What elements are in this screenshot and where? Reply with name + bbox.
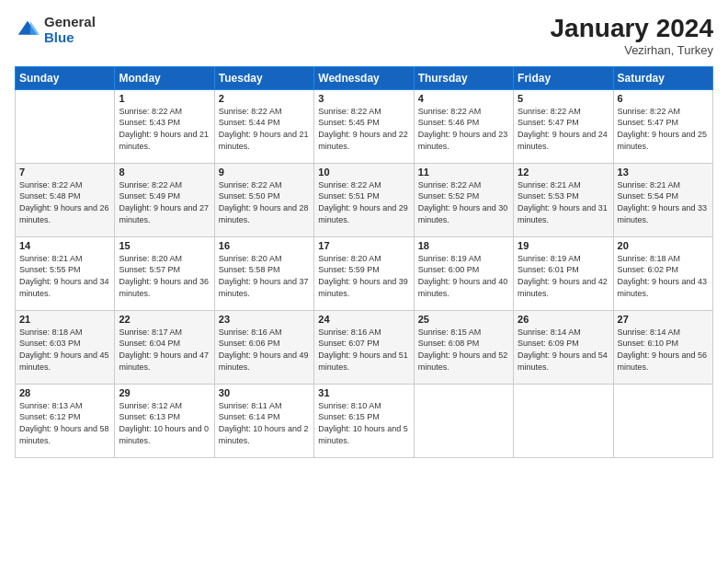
calendar-cell: 17Sunrise: 8:20 AMSunset: 5:59 PMDayligh… — [314, 236, 414, 310]
calendar-cell: 24Sunrise: 8:16 AMSunset: 6:07 PMDayligh… — [314, 310, 414, 384]
calendar-cell: 19Sunrise: 8:19 AMSunset: 6:01 PMDayligh… — [514, 236, 613, 310]
logo-text: General Blue — [44, 15, 96, 45]
logo-line1: General — [44, 15, 96, 30]
week-row-2: 7Sunrise: 8:22 AMSunset: 5:48 PMDaylight… — [16, 163, 713, 236]
calendar-cell: 16Sunrise: 8:20 AMSunset: 5:58 PMDayligh… — [214, 236, 313, 310]
day-info: Sunrise: 8:21 AMSunset: 5:54 PMDaylight:… — [618, 179, 709, 225]
day-info: Sunrise: 8:17 AMSunset: 6:04 PMDaylight:… — [119, 327, 210, 373]
calendar-cell: 22Sunrise: 8:17 AMSunset: 6:04 PMDayligh… — [115, 310, 214, 384]
day-number: 23 — [219, 314, 310, 325]
logo-line2: Blue — [44, 30, 96, 46]
calendar-cell: 29Sunrise: 8:12 AMSunset: 6:13 PMDayligh… — [115, 384, 214, 457]
day-info: Sunrise: 8:15 AMSunset: 6:08 PMDaylight:… — [418, 327, 509, 373]
col-header-sunday: Sunday — [16, 66, 115, 89]
day-number: 24 — [318, 314, 409, 325]
day-info: Sunrise: 8:14 AMSunset: 6:10 PMDaylight:… — [618, 327, 709, 373]
day-info: Sunrise: 8:22 AMSunset: 5:48 PMDaylight:… — [19, 179, 110, 225]
calendar-cell: 10Sunrise: 8:22 AMSunset: 5:51 PMDayligh… — [314, 163, 414, 236]
day-number: 26 — [518, 314, 609, 325]
day-info: Sunrise: 8:22 AMSunset: 5:50 PMDaylight:… — [219, 179, 310, 225]
day-number: 11 — [418, 167, 509, 178]
calendar-cell: 26Sunrise: 8:14 AMSunset: 6:09 PMDayligh… — [514, 310, 613, 384]
week-row-4: 21Sunrise: 8:18 AMSunset: 6:03 PMDayligh… — [16, 310, 713, 384]
day-info: Sunrise: 8:22 AMSunset: 5:52 PMDaylight:… — [418, 179, 509, 225]
logo-icon — [15, 17, 40, 43]
page-header: General Blue January 2024 Vezirhan, Turk… — [15, 15, 713, 57]
day-info: Sunrise: 8:22 AMSunset: 5:45 PMDaylight:… — [318, 106, 409, 152]
day-info: Sunrise: 8:20 AMSunset: 5:59 PMDaylight:… — [318, 253, 409, 299]
day-info: Sunrise: 8:16 AMSunset: 6:07 PMDaylight:… — [318, 327, 409, 373]
week-row-3: 14Sunrise: 8:21 AMSunset: 5:55 PMDayligh… — [16, 236, 713, 310]
calendar-cell: 30Sunrise: 8:11 AMSunset: 6:14 PMDayligh… — [214, 384, 313, 457]
day-info: Sunrise: 8:22 AMSunset: 5:43 PMDaylight:… — [119, 106, 210, 152]
calendar-page: General Blue January 2024 Vezirhan, Turk… — [0, 0, 728, 563]
day-info: Sunrise: 8:20 AMSunset: 5:57 PMDaylight:… — [119, 253, 210, 299]
day-number: 30 — [219, 387, 310, 398]
day-number: 13 — [618, 167, 709, 178]
day-number: 27 — [618, 314, 709, 325]
calendar-cell: 13Sunrise: 8:21 AMSunset: 5:54 PMDayligh… — [613, 163, 712, 236]
location: Vezirhan, Turkey — [551, 43, 713, 57]
col-header-friday: Friday — [514, 66, 613, 89]
day-info: Sunrise: 8:22 AMSunset: 5:46 PMDaylight:… — [418, 106, 509, 152]
calendar-cell: 21Sunrise: 8:18 AMSunset: 6:03 PMDayligh… — [16, 310, 115, 384]
calendar-table: SundayMondayTuesdayWednesdayThursdayFrid… — [15, 66, 713, 458]
day-info: Sunrise: 8:22 AMSunset: 5:47 PMDaylight:… — [618, 106, 709, 152]
day-number: 3 — [318, 93, 409, 104]
calendar-cell: 14Sunrise: 8:21 AMSunset: 5:55 PMDayligh… — [16, 236, 115, 310]
day-number: 14 — [19, 240, 110, 251]
day-number: 10 — [318, 167, 409, 178]
day-number: 16 — [219, 240, 310, 251]
day-info: Sunrise: 8:22 AMSunset: 5:47 PMDaylight:… — [518, 106, 609, 152]
day-number: 5 — [518, 93, 609, 104]
calendar-cell: 8Sunrise: 8:22 AMSunset: 5:49 PMDaylight… — [115, 163, 214, 236]
day-info: Sunrise: 8:10 AMSunset: 6:15 PMDaylight:… — [318, 400, 409, 446]
calendar-cell: 5Sunrise: 8:22 AMSunset: 5:47 PMDaylight… — [514, 89, 613, 163]
day-number: 4 — [418, 93, 509, 104]
calendar-cell: 3Sunrise: 8:22 AMSunset: 5:45 PMDaylight… — [314, 89, 414, 163]
calendar-cell — [613, 384, 712, 457]
day-number: 17 — [318, 240, 409, 251]
col-header-tuesday: Tuesday — [214, 66, 313, 89]
day-number: 18 — [418, 240, 509, 251]
day-info: Sunrise: 8:20 AMSunset: 5:58 PMDaylight:… — [219, 253, 310, 299]
day-number: 7 — [19, 167, 110, 178]
day-info: Sunrise: 8:13 AMSunset: 6:12 PMDaylight:… — [19, 400, 110, 446]
day-number: 29 — [119, 387, 210, 398]
week-row-1: 1Sunrise: 8:22 AMSunset: 5:43 PMDaylight… — [16, 89, 713, 163]
col-header-monday: Monday — [115, 66, 214, 89]
day-info: Sunrise: 8:19 AMSunset: 6:01 PMDaylight:… — [518, 253, 609, 299]
day-info: Sunrise: 8:12 AMSunset: 6:13 PMDaylight:… — [119, 400, 210, 446]
calendar-cell: 15Sunrise: 8:20 AMSunset: 5:57 PMDayligh… — [115, 236, 214, 310]
header-row: SundayMondayTuesdayWednesdayThursdayFrid… — [16, 66, 713, 89]
calendar-cell: 1Sunrise: 8:22 AMSunset: 5:43 PMDaylight… — [115, 89, 214, 163]
day-info: Sunrise: 8:19 AMSunset: 6:00 PMDaylight:… — [418, 253, 509, 299]
calendar-cell: 6Sunrise: 8:22 AMSunset: 5:47 PMDaylight… — [613, 89, 712, 163]
title-block: January 2024 Vezirhan, Turkey — [551, 15, 713, 57]
logo: General Blue — [15, 15, 96, 45]
calendar-cell: 7Sunrise: 8:22 AMSunset: 5:48 PMDaylight… — [16, 163, 115, 236]
day-info: Sunrise: 8:22 AMSunset: 5:49 PMDaylight:… — [119, 179, 210, 225]
svg-marker-1 — [30, 20, 40, 34]
calendar-cell — [414, 384, 513, 457]
day-info: Sunrise: 8:14 AMSunset: 6:09 PMDaylight:… — [518, 327, 609, 373]
calendar-cell: 11Sunrise: 8:22 AMSunset: 5:52 PMDayligh… — [414, 163, 513, 236]
day-number: 22 — [119, 314, 210, 325]
day-number: 31 — [318, 387, 409, 398]
calendar-cell: 31Sunrise: 8:10 AMSunset: 6:15 PMDayligh… — [314, 384, 414, 457]
calendar-cell: 2Sunrise: 8:22 AMSunset: 5:44 PMDaylight… — [214, 89, 313, 163]
day-info: Sunrise: 8:11 AMSunset: 6:14 PMDaylight:… — [219, 400, 310, 446]
calendar-cell — [514, 384, 613, 457]
calendar-cell: 20Sunrise: 8:18 AMSunset: 6:02 PMDayligh… — [613, 236, 712, 310]
calendar-cell: 4Sunrise: 8:22 AMSunset: 5:46 PMDaylight… — [414, 89, 513, 163]
calendar-cell: 27Sunrise: 8:14 AMSunset: 6:10 PMDayligh… — [613, 310, 712, 384]
month-title: January 2024 — [551, 15, 713, 43]
calendar-cell: 18Sunrise: 8:19 AMSunset: 6:00 PMDayligh… — [414, 236, 513, 310]
day-info: Sunrise: 8:18 AMSunset: 6:03 PMDaylight:… — [19, 327, 110, 373]
calendar-cell: 28Sunrise: 8:13 AMSunset: 6:12 PMDayligh… — [16, 384, 115, 457]
calendar-cell: 12Sunrise: 8:21 AMSunset: 5:53 PMDayligh… — [514, 163, 613, 236]
day-number: 8 — [119, 167, 210, 178]
day-number: 21 — [19, 314, 110, 325]
day-number: 28 — [19, 387, 110, 398]
col-header-saturday: Saturday — [613, 66, 712, 89]
